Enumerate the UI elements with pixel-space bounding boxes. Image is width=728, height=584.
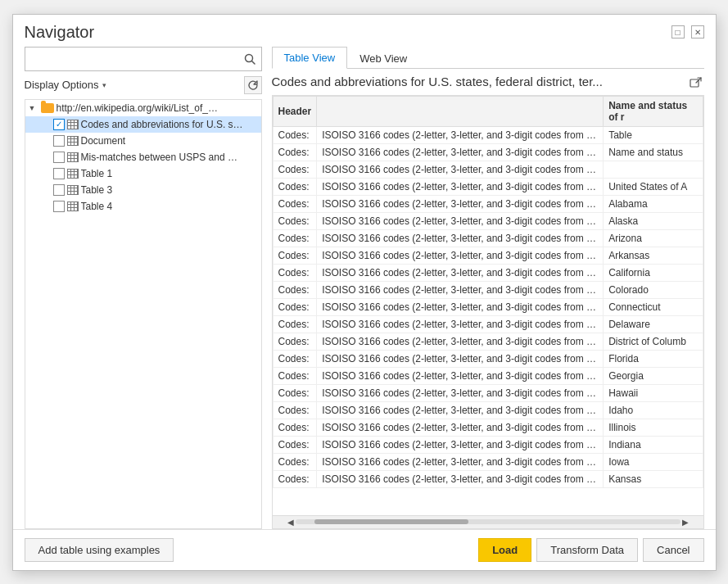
data-table: Header Name and status of r Codes: ISOIS… bbox=[273, 96, 703, 488]
table-scroll-area[interactable]: Header Name and status of r Codes: ISOIS… bbox=[273, 96, 703, 515]
table-row: Codes: ISOISO 3166 codes (2-letter, 3-le… bbox=[273, 298, 703, 315]
cell-value: ISOISO 3166 codes (2-letter, 3-letter, a… bbox=[317, 384, 604, 401]
table-row: Codes: ISOISO 3166 codes (2-letter, 3-le… bbox=[273, 333, 703, 350]
cell-name: United States of A bbox=[604, 178, 703, 195]
export-icon[interactable] bbox=[688, 74, 704, 90]
title-bar: Navigator □ ✕ bbox=[13, 15, 716, 47]
display-options-button[interactable]: Display Options ▾ bbox=[25, 79, 106, 91]
tabs-row: Table View Web View bbox=[272, 47, 704, 69]
table-row: Codes: ISOISO 3166 codes (2-letter, 3-le… bbox=[273, 470, 703, 487]
cell-value: ISOISO 3166 codes (2-letter, 3-letter, a… bbox=[317, 229, 604, 247]
folder-icon bbox=[41, 103, 54, 113]
right-panel: Table View Web View Codes and abbreviati… bbox=[272, 47, 704, 529]
checkbox-1[interactable] bbox=[53, 135, 65, 147]
content-area: Display Options ▾ ▼ http://en.wikipedia.… bbox=[13, 47, 716, 529]
cell-name: California bbox=[604, 264, 703, 281]
cell-header: Codes: bbox=[273, 229, 317, 247]
table-icon-3 bbox=[67, 169, 79, 179]
cell-name: Indiana bbox=[604, 436, 703, 453]
tab-table-view[interactable]: Table View bbox=[272, 47, 348, 69]
add-table-button[interactable]: Add table using examples bbox=[25, 538, 174, 562]
table-row: Codes: ISOISO 3166 codes (2-letter, 3-le… bbox=[273, 384, 703, 401]
table-row: Codes: ISOISO 3166 codes (2-letter, 3-le… bbox=[273, 453, 703, 470]
checkbox-4[interactable] bbox=[53, 184, 65, 196]
close-button[interactable]: ✕ bbox=[691, 25, 704, 38]
chevron-down-icon: ▾ bbox=[102, 81, 106, 89]
navigator-dialog: Navigator □ ✕ Display Option bbox=[12, 14, 717, 571]
display-options-row: Display Options ▾ bbox=[25, 76, 262, 94]
load-button[interactable]: Load bbox=[478, 538, 531, 562]
window-controls: □ ✕ bbox=[671, 25, 704, 38]
table-row: Codes: ISOISO 3166 codes (2-letter, 3-le… bbox=[273, 178, 703, 195]
right-buttons: Load Transform Data Cancel bbox=[478, 538, 703, 562]
checkbox-3[interactable] bbox=[53, 168, 65, 179]
table-row: Codes: ISOISO 3166 codes (2-letter, 3-le… bbox=[273, 281, 703, 298]
cell-name: Georgia bbox=[604, 367, 703, 384]
table-row: Codes: ISOISO 3166 codes (2-letter, 3-le… bbox=[273, 195, 703, 212]
bottom-bar: Add table using examples Load Transform … bbox=[13, 529, 716, 570]
search-button[interactable] bbox=[238, 48, 261, 70]
tree-area[interactable]: ▼ http://en.wikipedia.org/wiki/List_of_U… bbox=[25, 99, 262, 529]
table-header-row: Header Name and status of r bbox=[273, 96, 703, 126]
cell-header: Codes: bbox=[273, 350, 317, 367]
tree-item-label-4: Table 3 bbox=[81, 184, 113, 196]
tree-root-label: http://en.wikipedia.org/wiki/List_of_U.S… bbox=[57, 102, 220, 114]
cell-value: ISOISO 3166 codes (2-letter, 3-letter, a… bbox=[317, 281, 604, 298]
search-input[interactable] bbox=[25, 49, 238, 68]
col-header-value bbox=[317, 96, 604, 126]
tab-web-view[interactable]: Web View bbox=[347, 48, 419, 69]
tree-item-3[interactable]: Table 1 bbox=[25, 165, 261, 182]
table-row: Codes: ISOISO 3166 codes (2-letter, 3-le… bbox=[273, 436, 703, 453]
scroll-thumb[interactable] bbox=[314, 519, 468, 524]
transform-data-button[interactable]: Transform Data bbox=[536, 538, 638, 562]
collapse-arrow-icon: ▼ bbox=[29, 104, 38, 112]
cell-name: Alaska bbox=[604, 212, 703, 229]
svg-rect-2 bbox=[690, 79, 699, 87]
cell-value: ISOISO 3166 codes (2-letter, 3-letter, a… bbox=[317, 470, 604, 487]
table-row: Codes: ISOISO 3166 codes (2-letter, 3-le… bbox=[273, 247, 703, 264]
cell-name bbox=[604, 161, 703, 178]
cell-name: Name and status bbox=[604, 143, 703, 161]
table-row: Codes: ISOISO 3166 codes (2-letter, 3-le… bbox=[273, 315, 703, 333]
cell-value: ISOISO 3166 codes (2-letter, 3-letter, a… bbox=[317, 247, 604, 264]
cell-header: Codes: bbox=[273, 367, 317, 384]
cell-header: Codes: bbox=[273, 212, 317, 229]
checkbox-0[interactable] bbox=[53, 119, 65, 130]
cell-header: Codes: bbox=[273, 470, 317, 487]
checkbox-2[interactable] bbox=[53, 152, 65, 163]
tree-item-5[interactable]: Table 4 bbox=[25, 198, 261, 215]
cell-name: Alabama bbox=[604, 195, 703, 212]
cell-value: ISOISO 3166 codes (2-letter, 3-letter, a… bbox=[317, 419, 604, 436]
cell-name: Arkansas bbox=[604, 247, 703, 264]
scroll-track[interactable] bbox=[296, 519, 681, 524]
table-icon-5 bbox=[67, 201, 79, 211]
refresh-icon[interactable] bbox=[244, 76, 262, 94]
table-icon-1 bbox=[67, 136, 79, 146]
tree-item-2[interactable]: Mis-matches between USPS and USCG co... bbox=[25, 149, 261, 165]
cell-name: Illinois bbox=[604, 419, 703, 436]
scroll-right-icon[interactable]: ▶ bbox=[681, 518, 690, 527]
dialog-title: Navigator bbox=[25, 23, 95, 42]
left-panel: Display Options ▾ ▼ http://en.wikipedia.… bbox=[25, 47, 262, 529]
tree-item-label-5: Table 4 bbox=[81, 201, 113, 212]
cell-header: Codes: bbox=[273, 264, 317, 281]
table-row: Codes: ISOISO 3166 codes (2-letter, 3-le… bbox=[273, 212, 703, 229]
cell-value: ISOISO 3166 codes (2-letter, 3-letter, a… bbox=[317, 195, 604, 212]
tree-item-1[interactable]: Document bbox=[25, 133, 261, 149]
tree-item-0[interactable]: Codes and abbreviations for U.S. states,… bbox=[25, 116, 261, 133]
tree-item-4[interactable]: Table 3 bbox=[25, 182, 261, 198]
tree-item-label-0: Codes and abbreviations for U.S. states,… bbox=[81, 119, 245, 130]
cancel-button[interactable]: Cancel bbox=[643, 538, 703, 562]
table-row: Codes: ISOISO 3166 codes (2-letter, 3-le… bbox=[273, 143, 703, 161]
checkbox-5[interactable] bbox=[53, 201, 65, 212]
table-row: Codes: ISOISO 3166 codes (2-letter, 3-le… bbox=[273, 161, 703, 178]
cell-header: Codes: bbox=[273, 281, 317, 298]
minimize-button[interactable]: □ bbox=[671, 25, 685, 38]
cell-name: Idaho bbox=[604, 401, 703, 419]
scroll-left-icon[interactable]: ◀ bbox=[286, 518, 296, 527]
tree-root-item[interactable]: ▼ http://en.wikipedia.org/wiki/List_of_U… bbox=[25, 100, 261, 116]
cell-header: Codes: bbox=[273, 247, 317, 264]
cell-header: Codes: bbox=[273, 384, 317, 401]
cell-header: Codes: bbox=[273, 401, 317, 419]
horizontal-scrollbar[interactable]: ◀ ▶ bbox=[273, 515, 703, 528]
